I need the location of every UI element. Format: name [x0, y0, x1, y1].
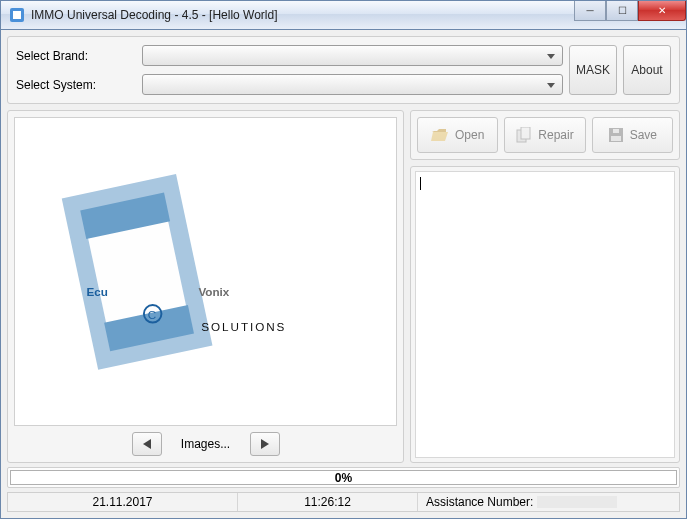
file-toolbar: Open Repair Save: [410, 110, 680, 160]
mask-button[interactable]: MASK: [569, 45, 617, 95]
images-label: Images...: [166, 437, 246, 451]
brand-combobox[interactable]: [142, 45, 563, 66]
right-panel: Open Repair Save: [410, 110, 680, 463]
minimize-button[interactable]: ─: [574, 1, 606, 21]
assistance-label: Assistance Number:: [426, 495, 533, 509]
app-icon: [9, 7, 25, 23]
ecuvonix-logo: Ecu Vonix C SOLUTIONS: [30, 160, 381, 384]
svg-text:C: C: [148, 307, 156, 320]
assistance-number: [537, 496, 617, 508]
arrow-right-icon: [261, 439, 269, 449]
system-label: Select System:: [16, 78, 136, 92]
brand-label: Select Brand:: [16, 49, 136, 63]
system-combobox[interactable]: [142, 74, 563, 95]
image-nav: Images...: [14, 432, 397, 456]
status-bar: 21.11.2017 11:26:12 Assistance Number:: [7, 492, 680, 512]
prev-image-button[interactable]: [132, 432, 162, 456]
documents-icon: [516, 127, 532, 143]
repair-button[interactable]: Repair: [504, 117, 585, 153]
folder-open-icon: [431, 128, 449, 142]
svg-text:Ecu: Ecu: [87, 285, 108, 298]
progress-bar: 0%: [10, 470, 677, 485]
svg-text:SOLUTIONS: SOLUTIONS: [202, 320, 287, 333]
about-button[interactable]: About: [623, 45, 671, 95]
text-caret: [420, 177, 421, 190]
svg-rect-16: [611, 136, 621, 141]
maximize-button[interactable]: ☐: [606, 1, 638, 21]
system-row: Select System:: [16, 74, 563, 95]
log-panel: [410, 166, 680, 463]
arrow-left-icon: [143, 439, 151, 449]
status-assistance: Assistance Number:: [418, 493, 679, 511]
svg-text:Vonix: Vonix: [199, 285, 230, 298]
next-image-button[interactable]: [250, 432, 280, 456]
close-button[interactable]: ✕: [638, 1, 686, 21]
brand-row: Select Brand:: [16, 45, 563, 66]
image-viewer: Ecu Vonix C SOLUTIONS: [14, 117, 397, 426]
log-textarea[interactable]: [415, 171, 675, 458]
svg-marker-12: [261, 439, 269, 449]
status-time: 11:26:12: [238, 493, 418, 511]
window-controls: ─ ☐ ✕: [574, 1, 686, 21]
titlebar: IMMO Universal Decoding - 4.5 - [Hello W…: [0, 0, 687, 30]
save-button[interactable]: Save: [592, 117, 673, 153]
status-date: 21.11.2017: [8, 493, 238, 511]
svg-marker-11: [143, 439, 151, 449]
image-panel: Ecu Vonix C SOLUTIONS Images...: [7, 110, 404, 463]
middle-area: Ecu Vonix C SOLUTIONS Images...: [7, 110, 680, 463]
selectors: Select Brand: Select System:: [16, 45, 563, 95]
progress-text: 0%: [335, 471, 352, 485]
svg-rect-1: [13, 11, 21, 19]
svg-rect-14: [521, 127, 530, 139]
svg-rect-17: [613, 129, 619, 133]
open-button[interactable]: Open: [417, 117, 498, 153]
client-area: Select Brand: Select System: MASK About: [0, 30, 687, 519]
progress-panel: 0%: [7, 467, 680, 488]
selection-panel: Select Brand: Select System: MASK About: [7, 36, 680, 104]
floppy-disk-icon: [608, 127, 624, 143]
